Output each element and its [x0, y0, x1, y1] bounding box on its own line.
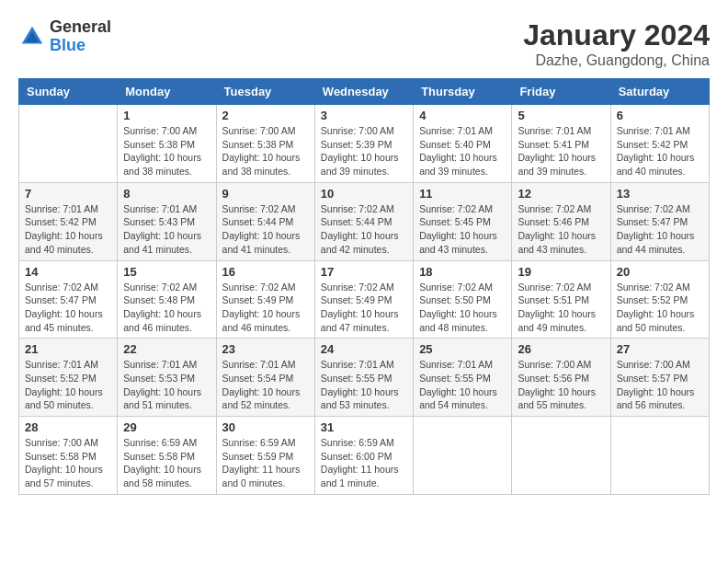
calendar-cell: 28Sunrise: 7:00 AM Sunset: 5:58 PM Dayli… — [19, 417, 118, 495]
calendar-cell — [610, 417, 709, 495]
day-info: Sunrise: 7:00 AM Sunset: 5:38 PM Dayligh… — [123, 124, 210, 178]
week-row-0: 1Sunrise: 7:00 AM Sunset: 5:38 PM Daylig… — [19, 105, 710, 183]
weekday-header-sunday: Sunday — [19, 79, 118, 105]
day-number: 14 — [25, 265, 111, 279]
weekday-header-friday: Friday — [512, 79, 610, 105]
day-number: 23 — [222, 342, 309, 356]
day-info: Sunrise: 7:02 AM Sunset: 5:45 PM Dayligh… — [419, 202, 506, 257]
calendar-cell: 17Sunrise: 7:02 AM Sunset: 5:49 PM Dayli… — [314, 260, 413, 339]
weekday-header-row: SundayMondayTuesdayWednesdayThursdayFrid… — [19, 79, 710, 105]
calendar-cell: 12Sunrise: 7:02 AM Sunset: 5:46 PM Dayli… — [512, 182, 610, 260]
subtitle: Dazhe, Guangdong, China — [523, 52, 710, 69]
day-number: 15 — [123, 265, 210, 279]
calendar-cell: 10Sunrise: 7:02 AM Sunset: 5:44 PM Dayli… — [314, 182, 413, 260]
main-title: January 2024 — [523, 18, 710, 52]
day-info: Sunrise: 7:02 AM Sunset: 5:44 PM Dayligh… — [222, 202, 309, 257]
logo-general-text: General — [50, 18, 111, 37]
day-number: 6 — [617, 109, 703, 122]
calendar-cell: 30Sunrise: 6:59 AM Sunset: 5:59 PM Dayli… — [216, 417, 314, 495]
day-number: 21 — [25, 342, 111, 356]
calendar-cell: 3Sunrise: 7:00 AM Sunset: 5:39 PM Daylig… — [314, 105, 413, 183]
day-info: Sunrise: 7:01 AM Sunset: 5:41 PM Dayligh… — [518, 124, 604, 178]
day-info: Sunrise: 7:00 AM Sunset: 5:38 PM Dayligh… — [222, 124, 309, 178]
day-number: 8 — [123, 187, 210, 201]
day-number: 26 — [518, 342, 604, 356]
calendar-cell — [512, 417, 610, 495]
calendar-cell: 6Sunrise: 7:01 AM Sunset: 5:42 PM Daylig… — [610, 105, 709, 183]
calendar-cell — [19, 105, 118, 183]
title-area: January 2024 Dazhe, Guangdong, China — [523, 18, 710, 69]
calendar-cell: 27Sunrise: 7:00 AM Sunset: 5:57 PM Dayli… — [610, 339, 709, 417]
calendar-cell: 11Sunrise: 7:02 AM Sunset: 5:45 PM Dayli… — [414, 182, 512, 260]
calendar-cell: 4Sunrise: 7:01 AM Sunset: 5:40 PM Daylig… — [414, 105, 512, 183]
day-number: 19 — [518, 265, 604, 279]
day-info: Sunrise: 7:02 AM Sunset: 5:44 PM Dayligh… — [321, 202, 407, 257]
calendar-cell: 1Sunrise: 7:00 AM Sunset: 5:38 PM Daylig… — [118, 105, 216, 183]
day-number: 25 — [419, 342, 506, 356]
calendar-cell: 5Sunrise: 7:01 AM Sunset: 5:41 PM Daylig… — [512, 105, 610, 183]
day-info: Sunrise: 7:01 AM Sunset: 5:43 PM Dayligh… — [123, 202, 210, 257]
day-number: 24 — [321, 342, 407, 356]
logo-icon — [18, 23, 46, 51]
header: General Blue January 2024 Dazhe, Guangdo… — [18, 18, 710, 69]
day-info: Sunrise: 7:01 AM Sunset: 5:55 PM Dayligh… — [321, 358, 407, 412]
calendar-cell: 7Sunrise: 7:01 AM Sunset: 5:42 PM Daylig… — [19, 182, 118, 260]
day-number: 27 — [617, 342, 703, 356]
day-info: Sunrise: 7:02 AM Sunset: 5:47 PM Dayligh… — [25, 281, 111, 335]
calendar-cell: 23Sunrise: 7:01 AM Sunset: 5:54 PM Dayli… — [216, 339, 314, 417]
day-number: 3 — [321, 109, 407, 122]
day-info: Sunrise: 6:59 AM Sunset: 5:58 PM Dayligh… — [123, 436, 210, 490]
day-info: Sunrise: 7:00 AM Sunset: 5:56 PM Dayligh… — [518, 358, 604, 412]
week-row-2: 14Sunrise: 7:02 AM Sunset: 5:47 PM Dayli… — [19, 260, 710, 339]
calendar-cell: 26Sunrise: 7:00 AM Sunset: 5:56 PM Dayli… — [512, 339, 610, 417]
day-number: 22 — [123, 342, 210, 356]
day-info: Sunrise: 7:01 AM Sunset: 5:53 PM Dayligh… — [123, 358, 210, 412]
day-info: Sunrise: 6:59 AM Sunset: 6:00 PM Dayligh… — [321, 436, 407, 490]
day-info: Sunrise: 7:02 AM Sunset: 5:47 PM Dayligh… — [617, 202, 703, 257]
calendar-cell: 8Sunrise: 7:01 AM Sunset: 5:43 PM Daylig… — [118, 182, 216, 260]
day-number: 4 — [419, 109, 506, 122]
day-info: Sunrise: 7:01 AM Sunset: 5:40 PM Dayligh… — [419, 124, 506, 178]
day-number: 20 — [617, 265, 703, 279]
day-info: Sunrise: 7:01 AM Sunset: 5:42 PM Dayligh… — [617, 124, 703, 178]
day-info: Sunrise: 7:02 AM Sunset: 5:52 PM Dayligh… — [617, 281, 703, 335]
calendar-cell: 22Sunrise: 7:01 AM Sunset: 5:53 PM Dayli… — [118, 339, 216, 417]
day-number: 30 — [222, 420, 309, 434]
day-number: 31 — [321, 420, 407, 434]
day-info: Sunrise: 7:02 AM Sunset: 5:50 PM Dayligh… — [419, 281, 506, 335]
calendar-cell: 29Sunrise: 6:59 AM Sunset: 5:58 PM Dayli… — [118, 417, 216, 495]
weekday-header-tuesday: Tuesday — [216, 79, 314, 105]
calendar-cell: 13Sunrise: 7:02 AM Sunset: 5:47 PM Dayli… — [610, 182, 709, 260]
calendar-cell: 31Sunrise: 6:59 AM Sunset: 6:00 PM Dayli… — [314, 417, 413, 495]
day-number: 2 — [222, 109, 309, 122]
day-number: 17 — [321, 265, 407, 279]
day-info: Sunrise: 7:00 AM Sunset: 5:39 PM Dayligh… — [321, 124, 407, 178]
calendar-cell: 15Sunrise: 7:02 AM Sunset: 5:48 PM Dayli… — [118, 260, 216, 339]
day-number: 9 — [222, 187, 309, 201]
logo-text: General Blue — [50, 18, 111, 55]
day-info: Sunrise: 7:01 AM Sunset: 5:55 PM Dayligh… — [419, 358, 506, 412]
day-info: Sunrise: 7:02 AM Sunset: 5:49 PM Dayligh… — [321, 281, 407, 335]
logo: General Blue — [18, 18, 111, 55]
calendar-cell: 18Sunrise: 7:02 AM Sunset: 5:50 PM Dayli… — [414, 260, 512, 339]
day-info: Sunrise: 7:02 AM Sunset: 5:51 PM Dayligh… — [518, 281, 604, 335]
calendar-cell: 2Sunrise: 7:00 AM Sunset: 5:38 PM Daylig… — [216, 105, 314, 183]
weekday-header-saturday: Saturday — [610, 79, 709, 105]
calendar-table: SundayMondayTuesdayWednesdayThursdayFrid… — [18, 78, 710, 495]
day-info: Sunrise: 7:01 AM Sunset: 5:54 PM Dayligh… — [222, 358, 309, 412]
day-number: 12 — [518, 187, 604, 201]
calendar-cell: 25Sunrise: 7:01 AM Sunset: 5:55 PM Dayli… — [414, 339, 512, 417]
day-info: Sunrise: 7:02 AM Sunset: 5:49 PM Dayligh… — [222, 281, 309, 335]
week-row-1: 7Sunrise: 7:01 AM Sunset: 5:42 PM Daylig… — [19, 182, 710, 260]
logo-blue-text: Blue — [50, 37, 111, 55]
day-info: Sunrise: 7:02 AM Sunset: 5:48 PM Dayligh… — [123, 281, 210, 335]
day-number: 11 — [419, 187, 506, 201]
weekday-header-wednesday: Wednesday — [314, 79, 413, 105]
day-info: Sunrise: 7:00 AM Sunset: 5:57 PM Dayligh… — [617, 358, 703, 412]
day-number: 1 — [123, 109, 210, 122]
day-info: Sunrise: 7:02 AM Sunset: 5:46 PM Dayligh… — [518, 202, 604, 257]
day-info: Sunrise: 7:01 AM Sunset: 5:42 PM Dayligh… — [25, 202, 111, 257]
day-number: 10 — [321, 187, 407, 201]
day-number: 13 — [617, 187, 703, 201]
calendar-cell: 20Sunrise: 7:02 AM Sunset: 5:52 PM Dayli… — [610, 260, 709, 339]
